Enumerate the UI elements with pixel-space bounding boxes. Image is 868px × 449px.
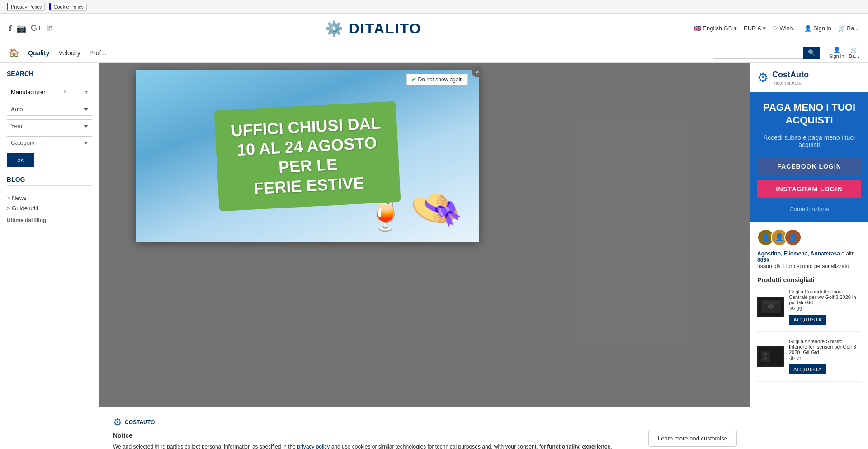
logo-area: ⚙️ DITALITO xyxy=(53,20,694,37)
year-select[interactable]: Year xyxy=(7,119,92,132)
facebook-icon[interactable]: 𝐟 xyxy=(9,24,12,33)
acquista-button-2[interactable]: ACQUISTA xyxy=(789,364,826,374)
blog-links: News Guide utili xyxy=(7,193,92,213)
signin-action[interactable]: 👤 Sign in xyxy=(829,47,844,59)
user-count: 886k xyxy=(757,257,769,263)
product-name-1: Griglia Paraurti Anteriore Centrale per … xyxy=(789,289,861,305)
instagram-login-button[interactable]: INSTAGRAM LOGIN xyxy=(757,180,861,198)
top-bar: Privacy Policy Cookie Policy xyxy=(0,0,868,14)
svg-rect-3 xyxy=(763,301,779,304)
category-select[interactable]: Category xyxy=(7,136,92,149)
user-names: Agostino, Filomena, Annaterasa xyxy=(757,250,840,257)
product-views-1: 👁 99 xyxy=(789,305,861,312)
eye-icon-1: 👁 xyxy=(789,305,795,312)
header-right: 🇬🇧 English GB ▾ EUR € ▾ ♡ Wish... 👤 Sign… xyxy=(694,25,859,32)
product-img-1 xyxy=(757,297,784,317)
auto-select[interactable]: Auto xyxy=(7,103,92,116)
search-bar: 🔍 xyxy=(713,47,820,59)
costauto-promo-subtext: Accedi subito e paga meno i tuoi acquist… xyxy=(757,134,861,148)
instagram-icon[interactable]: 📷 xyxy=(16,24,26,33)
user-desc-text: usano già il loro sconto personalizzato xyxy=(757,263,849,269)
blog-news-link[interactable]: News xyxy=(7,193,92,203)
user-description: Agostino, Filomena, Annaterasa e altri 8… xyxy=(757,250,861,269)
nav-velocity[interactable]: Velocity xyxy=(58,49,80,57)
costauto-promo-area: PAGA MENO I TUOI ACQUISTI Accedi subito … xyxy=(750,92,868,222)
basket-btn[interactable]: 🛒 Ba... xyxy=(838,25,859,32)
basket-action[interactable]: 🛒 Ba... xyxy=(849,47,859,59)
ok-button[interactable]: ok xyxy=(7,153,34,167)
cookie-buttons: Learn more and customise Reject Accept xyxy=(648,416,737,449)
svg-point-6 xyxy=(764,353,767,355)
product-info-2: Griglia Anteriore Sinistro Inferiore for… xyxy=(789,339,861,374)
search-section-title: SEARCH xyxy=(7,70,92,80)
social-icons: 𝐟 📷 G+ in xyxy=(9,24,53,33)
product-info-1: Griglia Paraurti Anteriore Centrale per … xyxy=(789,289,861,325)
site-logo[interactable]: ⚙️ DITALITO xyxy=(325,20,421,37)
svg-point-2 xyxy=(767,304,774,309)
cookie-logo-text: COSTAUTO xyxy=(125,419,155,425)
cookie-policy-link[interactable]: Cookie Policy xyxy=(49,3,87,11)
avatar-3: 👤 xyxy=(784,229,802,246)
privacy-policy-link[interactable]: Privacy Policy xyxy=(7,3,45,11)
cookie-notice-title: Notice xyxy=(113,432,639,439)
cookie-logo-area: ⚙ COSTAUTO xyxy=(113,416,639,428)
cookie-content: ⚙ COSTAUTO Notice We and selected third … xyxy=(113,416,639,449)
costauto-logo-text-area: CostAuto Ricambi Auto xyxy=(772,70,809,85)
search-input[interactable] xyxy=(713,47,803,59)
acquista-button-1[interactable]: ACQUISTA xyxy=(789,315,826,325)
costauto-logo-icon: ⚙ xyxy=(757,70,769,85)
nav-home[interactable]: 🏠 xyxy=(9,48,19,58)
prodotti-title: Prodotti consigliati xyxy=(757,276,861,284)
nav-prof[interactable]: Prof... xyxy=(90,49,106,57)
content-area: × ✔ Do not show again UFFICI CHIUSI DAL … xyxy=(99,63,750,449)
header-actions: 👤 Sign in 🛒 Ba... xyxy=(829,47,859,59)
currency-selector[interactable]: EUR € ▾ xyxy=(744,25,766,32)
facebook-login-button[interactable]: FACEBOOK LOGIN xyxy=(757,157,861,175)
costauto-logo-sub: Ricambi Auto xyxy=(772,80,809,85)
wishlist-icon[interactable]: ♡ Wish... xyxy=(773,25,797,32)
blog-section-title: BLOG xyxy=(7,176,92,186)
left-sidebar: SEARCH Manufacturer × ▾ Auto Year Catego… xyxy=(0,63,99,449)
googleplus-icon[interactable]: G+ xyxy=(31,24,42,33)
cookie-logo-icon: ⚙ xyxy=(113,416,122,428)
come-funziona-link[interactable]: Come funziona xyxy=(789,206,829,213)
nav-quality[interactable]: Quality xyxy=(28,49,49,57)
user-avatars: 👤 👤 👤 xyxy=(757,229,861,246)
popup-image: UFFICI CHIUSI DAL 10 AL 24 AGOSTO PER LE… xyxy=(136,70,479,242)
popup-modal: × ✔ Do not show again UFFICI CHIUSI DAL … xyxy=(136,70,479,242)
hat-icon: 👒 xyxy=(407,181,465,237)
product-item-1: Griglia Paraurti Anteriore Centrale per … xyxy=(757,289,861,332)
nav-bar: 🏠 Quality Velocity Prof... 🔍 👤 Sign in 🛒… xyxy=(0,43,868,63)
search-form: Manufacturer × ▾ Auto Year Category ok xyxy=(7,85,92,167)
right-sidebar-bottom: 👤 👤 👤 Agostino, Filomena, Annaterasa e a… xyxy=(750,222,868,449)
cookie-text-body: We and selected third parties collect pe… xyxy=(113,443,639,449)
product-name-2: Griglia Anteriore Sinistro Inferiore for… xyxy=(789,339,861,355)
cookie-notice: ⚙ COSTAUTO Notice We and selected third … xyxy=(99,407,750,449)
linkedin-icon[interactable]: in xyxy=(47,24,53,33)
search-button[interactable]: 🔍 xyxy=(803,47,820,59)
manufacturer-select-wrapper[interactable]: Manufacturer × ▾ xyxy=(7,85,92,99)
popup-announcement: UFFICI CHIUSI DAL 10 AL 24 AGOSTO PER LE… xyxy=(214,101,401,211)
product-img-2 xyxy=(757,346,784,367)
blog-guide-link[interactable]: Guide utili xyxy=(7,203,92,213)
product-item-2: Griglia Anteriore Sinistro Inferiore for… xyxy=(757,339,861,382)
svg-point-7 xyxy=(764,357,767,360)
do-not-show-label: Do not show again xyxy=(418,76,463,83)
product-views-2: 👁 71 xyxy=(789,355,861,362)
language-selector[interactable]: 🇬🇧 English GB ▾ xyxy=(694,25,737,32)
right-sidebar: ⚙ CostAuto Ricambi Auto PAGA MENO I TUOI… xyxy=(750,63,868,449)
costauto-logo-area: ⚙ CostAuto Ricambi Auto xyxy=(750,63,868,92)
ultime-dal-blog: Ultime dal Blog xyxy=(7,217,92,223)
signin-btn[interactable]: 👤 Sign in xyxy=(804,25,831,32)
costauto-logo-name: CostAuto xyxy=(772,70,809,80)
costauto-promo-heading: PAGA MENO I TUOI ACQUISTI xyxy=(757,101,861,127)
main-header: 𝐟 📷 G+ in ⚙️ DITALITO 🇬🇧 English GB ▾ EU… xyxy=(0,14,868,43)
privacy-policy-cookie-link[interactable]: privacy policy xyxy=(297,444,330,449)
learn-more-button[interactable]: Learn more and customise xyxy=(648,430,737,447)
eye-icon-2: 👁 xyxy=(789,355,795,362)
popup-close-button[interactable]: × xyxy=(472,66,483,77)
main-layout: SEARCH Manufacturer × ▾ Auto Year Catego… xyxy=(0,63,868,449)
popup-heading: UFFICI CHIUSI DAL 10 AL 24 AGOSTO PER LE… xyxy=(231,113,385,199)
svg-rect-5 xyxy=(761,351,770,362)
do-not-show-bar: ✔ Do not show again xyxy=(406,74,468,85)
